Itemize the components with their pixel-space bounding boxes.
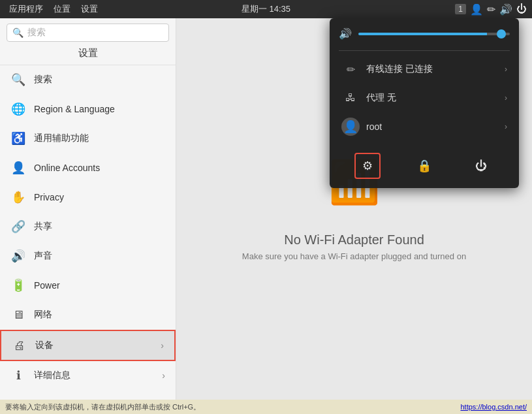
- statusbar-link[interactable]: https://blog.csdn.net/: [460, 403, 527, 411]
- volume-slider[interactable]: [358, 33, 510, 35]
- volume-thumb: [497, 29, 506, 39]
- taskbar-pencil-icon: ✏: [487, 3, 495, 16]
- online-accounts-icon: 👤: [10, 160, 26, 176]
- sidebar-item-label: 详细信息: [34, 370, 154, 381]
- sidebar-item-label: 设备: [35, 340, 153, 351]
- sidebar-item-label: 网络: [34, 309, 165, 321]
- volume-row: 🔊: [339, 27, 510, 40]
- popup-settings-button[interactable]: ⚙: [354, 153, 381, 179]
- statusbar-hint: 要将输入定向到该虚拟机，请在虚拟机内部单击或按 Ctrl+G。: [5, 402, 200, 412]
- taskbar-right: 1 👤 ✏ 🔊 ⏻: [455, 3, 527, 16]
- popup-wired-row[interactable]: ✏ 有线连接 已连接 ›: [339, 55, 510, 84]
- sidebar: 🔍 搜索 设置 🔍 搜索 🌐 Region & Language ♿ 通用辅助功…: [0, 18, 176, 400]
- popup-divider: [339, 50, 510, 51]
- taskbar-user-icon: 👤: [470, 3, 483, 16]
- sidebar-item-label: Online Accounts: [34, 163, 165, 173]
- sidebar-item-devices[interactable]: 🖨 设备 ›: [0, 330, 176, 361]
- sidebar-item-search[interactable]: 🔍 搜索: [0, 65, 176, 95]
- sidebar-search-box[interactable]: 🔍 搜索: [7, 24, 169, 42]
- sidebar-item-region[interactable]: 🌐 Region & Language: [0, 95, 176, 124]
- popup-user-row[interactable]: 👤 root ›: [339, 112, 510, 141]
- popup-power-button[interactable]: ⏻: [468, 153, 494, 179]
- search-icon: 🔍: [12, 27, 23, 38]
- sidebar-item-label: 搜索: [34, 74, 165, 86]
- taskbar-badge: 1: [455, 4, 466, 14]
- search-icon: 🔍: [10, 72, 26, 88]
- sidebar-item-accessibility[interactable]: ♿ 通用辅助功能: [0, 124, 176, 153]
- sidebar-item-online-accounts[interactable]: 👤 Online Accounts: [0, 153, 176, 183]
- taskbar-position[interactable]: 位置: [50, 2, 74, 16]
- popup-proxy-label: 代理 无: [366, 92, 498, 104]
- sidebar-item-privacy[interactable]: ✋ Privacy: [0, 183, 176, 212]
- sound-icon: 🔊: [10, 248, 26, 264]
- sidebar-item-label: 共享: [34, 221, 165, 232]
- chevron-right-icon: ›: [505, 122, 507, 131]
- popup-proxy-row[interactable]: 🖧 代理 无 ›: [339, 84, 510, 112]
- taskbar-volume-icon[interactable]: 🔊: [499, 3, 512, 16]
- taskbar-left: 应用程序 位置 设置: [5, 2, 102, 16]
- devices-icon: 🖨: [12, 338, 27, 353]
- statusbar: 要将输入定向到该虚拟机，请在虚拟机内部单击或按 Ctrl+G。 https://…: [0, 400, 532, 414]
- no-wifi-title: No Wi-Fi Adapter Found: [284, 232, 424, 247]
- sidebar-item-label: Region & Language: [34, 104, 165, 114]
- taskbar-apps[interactable]: 应用程序: [5, 2, 47, 16]
- quick-settings-popup: 🔊 ✏ 有线连接 已连接 › 🖧 代理 无 › 👤 root › ⚙ 🔒 ⏻: [330, 18, 519, 188]
- network-icon: 🖥: [10, 307, 26, 323]
- chevron-right-icon: ›: [505, 93, 507, 103]
- popup-wired-label: 有线连接 已连接: [366, 63, 498, 75]
- sidebar-item-power[interactable]: 🔋 Power: [0, 271, 176, 300]
- chevron-right-icon: ›: [161, 340, 164, 351]
- region-icon: 🌐: [10, 101, 26, 117]
- sidebar-item-network[interactable]: 🖥 网络: [0, 300, 176, 330]
- chevron-right-icon: ›: [162, 370, 165, 381]
- info-icon: ℹ: [10, 368, 26, 383]
- wired-icon: ✏: [341, 60, 360, 78]
- sidebar-item-label: 声音: [34, 250, 165, 262]
- sidebar-item-sound[interactable]: 🔊 声音: [0, 242, 176, 271]
- taskbar-power-icon[interactable]: ⏻: [516, 3, 527, 15]
- popup-user-label: root: [366, 121, 498, 132]
- search-placeholder: 搜索: [27, 27, 163, 39]
- popup-bottom-row: ⚙ 🔒 ⏻: [339, 148, 510, 179]
- no-wifi-subtitle: Make sure you have a Wi-Fi adapter plugg…: [242, 251, 466, 261]
- share-icon: 🔗: [10, 219, 26, 234]
- chevron-right-icon: ›: [505, 65, 507, 74]
- taskbar-settings[interactable]: 设置: [77, 2, 102, 16]
- sidebar-item-label: 通用辅助功能: [34, 133, 165, 144]
- taskbar: 应用程序 位置 设置 星期一 14:35 1 👤 ✏ 🔊 ⏻: [0, 0, 532, 18]
- taskbar-time: 星期一 14:35: [242, 3, 290, 15]
- proxy-icon: 🖧: [341, 89, 360, 107]
- volume-icon: 🔊: [339, 27, 352, 40]
- sidebar-item-label: Power: [34, 280, 165, 291]
- sidebar-title: 设置: [0, 47, 176, 65]
- popup-lock-button[interactable]: 🔒: [411, 153, 437, 179]
- power-icon: 🔋: [10, 278, 26, 293]
- sidebar-item-label: Privacy: [34, 192, 165, 202]
- sidebar-item-info[interactable]: ℹ 详细信息 ›: [0, 361, 176, 390]
- user-avatar-icon: 👤: [341, 118, 360, 136]
- accessibility-icon: ♿: [10, 131, 26, 146]
- privacy-icon: ✋: [10, 189, 26, 205]
- sidebar-item-share[interactable]: 🔗 共享: [0, 212, 176, 242]
